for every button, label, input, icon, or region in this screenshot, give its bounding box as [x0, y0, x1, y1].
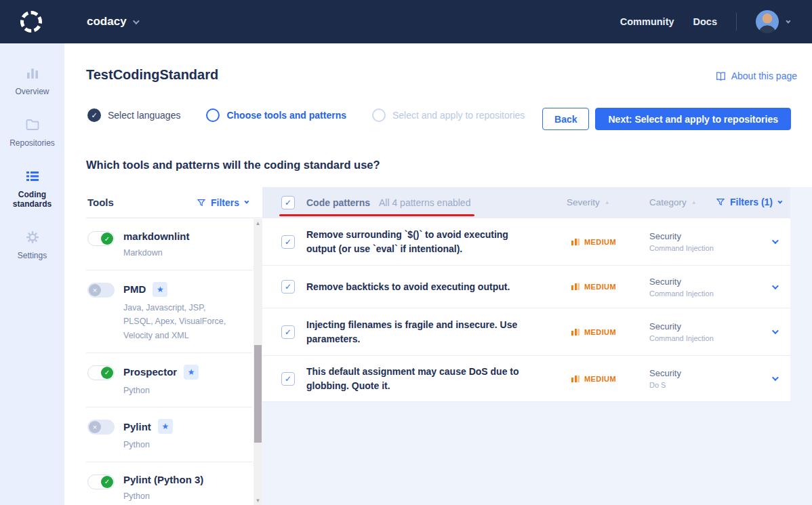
tools-scrollbar[interactable]: ▲ ▼ — [253, 219, 262, 505]
toggle-check-icon: ✓ — [101, 233, 113, 245]
chevron-down-icon — [771, 374, 778, 381]
recommended-star-icon[interactable]: ★ — [153, 282, 167, 297]
code-patterns-title: Code patterns — [306, 197, 370, 208]
bar-chart-icon — [24, 65, 41, 81]
next-button[interactable]: Next: Select and apply to repositories — [595, 108, 791, 130]
tools-filters-button[interactable]: Filters — [197, 197, 247, 208]
divider — [736, 13, 737, 31]
pattern-checkbox[interactable]: ✓ — [281, 372, 295, 386]
tool-row-markdownlint: ✓ markdownlint Markdown — [86, 219, 252, 270]
severity-column-label: Severity — [567, 197, 600, 207]
tools-panel: Tools Filters ✓ markdownlint Markdown × — [86, 187, 262, 505]
org-switcher[interactable]: codacy — [87, 15, 138, 28]
tool-languages: Python — [123, 489, 203, 504]
pattern-title: Remove backticks to avoid executing outp… — [306, 280, 558, 294]
tool-languages: Python — [123, 438, 173, 452]
codacy-logo-icon — [20, 11, 42, 33]
tool-toggle-on[interactable]: ✓ — [87, 365, 115, 380]
docs-link[interactable]: Docs — [693, 16, 717, 27]
step-label: Select languages — [108, 110, 180, 121]
pattern-row: ✓ Injecting filenames is fragile and ins… — [262, 308, 790, 356]
tool-toggle-on[interactable]: ✓ — [87, 231, 115, 246]
annotation-red-underline — [279, 214, 474, 216]
sidebar-item-label: Settings — [18, 251, 47, 260]
back-button[interactable]: Back — [542, 108, 589, 130]
category-name: Security — [649, 368, 758, 378]
tools-filters-label: Filters — [211, 197, 239, 208]
tool-row-pylint-python3: ✓ Pylint (Python 3) Python — [86, 462, 252, 505]
funnel-icon — [197, 198, 206, 207]
patterns-filters-button[interactable]: Filters (1) — [716, 197, 781, 207]
tool-name: Prospector — [123, 366, 177, 378]
category-name: Security — [649, 277, 758, 287]
sidebar-item-repositories[interactable]: Repositories — [3, 117, 62, 148]
pattern-row: ✓ This default assignment may cause DoS … — [262, 356, 790, 402]
tool-row-pmd: × PMD ★ Java, Javascript, JSP, PLSQL, Ap… — [86, 270, 252, 353]
category-name: Security — [649, 231, 758, 241]
pattern-severity: MEDIUM — [558, 328, 636, 336]
expand-pattern-button[interactable] — [758, 329, 790, 334]
toggle-check-icon: ✓ — [101, 367, 113, 379]
chevron-down-icon — [786, 18, 790, 23]
tool-languages: Markdown — [123, 246, 190, 260]
pattern-title: Remove surrounding `$()` to avoid execut… — [306, 228, 558, 256]
recommended-star-icon[interactable]: ★ — [158, 419, 173, 434]
tool-toggle-on[interactable]: ✓ — [87, 474, 115, 489]
tool-name: PMD — [123, 283, 146, 295]
subcategory-name: Command Injection — [649, 334, 758, 342]
pattern-title: Injecting filenames is fragile and insec… — [306, 318, 558, 346]
select-all-patterns-checkbox[interactable]: ✓ — [281, 196, 295, 209]
tool-name: Pylint (Python 3) — [123, 474, 203, 485]
category-sort-header[interactable]: Category ▲ — [649, 197, 697, 207]
pattern-title: This default assignment may cause DoS du… — [306, 365, 558, 393]
tool-languages: Java, Javascript, JSP, PLSQL, Apex, Visu… — [123, 301, 232, 343]
subcategory-name: Command Injection — [649, 289, 758, 298]
pattern-checkbox[interactable]: ✓ — [281, 325, 295, 339]
stepper: ✓ Select languages Choose tools and patt… — [87, 108, 525, 122]
tool-row-pylint: × Pylint ★ Python — [86, 407, 252, 462]
funnel-icon — [716, 197, 725, 207]
recommended-star-icon[interactable]: ★ — [184, 365, 199, 380]
scrollbar-thumb[interactable] — [254, 345, 262, 443]
severity-medium-icon — [571, 239, 580, 245]
expand-pattern-button[interactable] — [758, 285, 790, 289]
page-title: TestCodingStandard — [86, 67, 218, 83]
category-name: Security — [649, 321, 758, 331]
tools-list: ✓ markdownlint Markdown × PMD ★ Java, Ja… — [86, 219, 252, 505]
scroll-up-icon[interactable]: ▲ — [253, 219, 262, 228]
severity-sort-header[interactable]: Severity ▲ — [567, 197, 610, 207]
severity-medium-icon — [571, 283, 580, 290]
expand-pattern-button[interactable] — [758, 239, 790, 244]
tool-name: Pylint — [123, 421, 151, 432]
pattern-checkbox[interactable]: ✓ — [281, 280, 295, 294]
toggle-x-icon: × — [89, 421, 101, 433]
tool-name: markdownlint — [123, 230, 190, 242]
step-choose-tools-patterns[interactable]: Choose tools and patterns — [206, 108, 346, 122]
section-heading: Which tools and patterns will the coding… — [86, 159, 380, 171]
chevron-down-icon — [771, 327, 778, 334]
sidebar-item-overview[interactable]: Overview — [3, 65, 62, 96]
sidebar-item-label: Coding standards — [3, 190, 62, 209]
user-menu[interactable] — [756, 10, 789, 33]
sidebar-item-settings[interactable]: Settings — [3, 229, 62, 260]
pattern-checkbox[interactable]: ✓ — [281, 235, 295, 249]
chevron-down-icon — [244, 199, 249, 204]
tool-toggle-off[interactable]: × — [87, 420, 115, 435]
step-circle-icon — [372, 108, 386, 122]
pattern-severity: MEDIUM — [558, 375, 636, 383]
step-select-languages[interactable]: ✓ Select languages — [87, 108, 180, 122]
folder-icon — [24, 117, 41, 133]
book-icon — [715, 71, 727, 81]
expand-pattern-button[interactable] — [758, 376, 790, 381]
toggle-check-icon: ✓ — [101, 476, 113, 488]
about-link-label: About this page — [731, 70, 797, 81]
pattern-row: ✓ Remove surrounding `$()` to avoid exec… — [262, 218, 790, 266]
scroll-down-icon[interactable]: ▼ — [253, 496, 262, 505]
pattern-category: Security Command Injection — [636, 231, 758, 252]
subcategory-name: Do S — [649, 381, 758, 389]
tool-toggle-off[interactable]: × — [87, 283, 115, 298]
community-link[interactable]: Community — [620, 16, 674, 27]
sidebar-item-coding-standards[interactable]: Coding standards — [3, 168, 62, 209]
about-this-page-link[interactable]: About this page — [715, 70, 797, 81]
sidebar-item-label: Repositories — [9, 138, 55, 148]
